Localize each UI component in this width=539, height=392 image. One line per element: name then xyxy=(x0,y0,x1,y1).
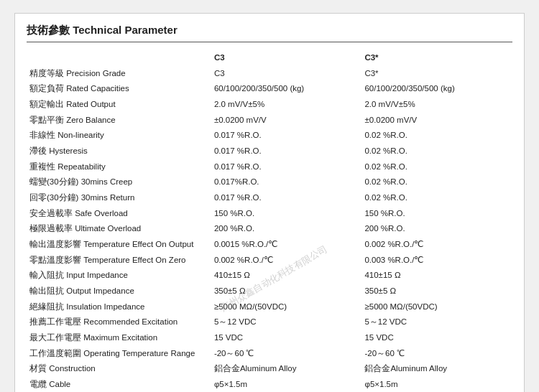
param-c3-value: 0.017 %R.O. xyxy=(211,190,362,206)
param-c3-value: 200 %R.O. xyxy=(211,221,362,237)
table-row: 輸出溫度影響 Temperature Effect On Output0.001… xyxy=(27,237,512,253)
param-c3-value: 0.017 %R.O. xyxy=(211,144,362,159)
param-c3star-value: 15 VDC xyxy=(361,330,512,346)
table-row: 工作溫度範圍 Operating Temperature Range-20～60… xyxy=(27,345,512,361)
table-row: 輸出阻抗 Output Impedance350±5 Ω350±5 Ω xyxy=(27,284,512,299)
param-c3star-value: 2.0 mV/V±5% xyxy=(361,97,512,113)
param-c3-value: 0.0015 %R.O./℃ xyxy=(211,237,362,253)
table-row: 滯後 Hysteresis0.017 %R.O.0.02 %R.O. xyxy=(27,144,512,159)
param-name: 最大工作電壓 Maximum Excitation xyxy=(27,330,211,346)
param-c3star-value: C3* xyxy=(361,65,512,81)
param-c3-value: C3 xyxy=(211,65,362,81)
param-c3-value: φ5×1.5m xyxy=(211,377,362,392)
param-c3-value: ±0.0200 mV/V xyxy=(211,112,362,128)
param-c3-value: 5～12 VDC xyxy=(211,314,362,330)
param-c3-value: 150 %R.O. xyxy=(211,205,362,221)
parameter-table: C3C3*精度等級 Precision GradeC3C3*額定負荷 Rated… xyxy=(27,50,512,392)
table-row: 回零(30分鐘) 30mins Return0.017 %R.O.0.02 %R… xyxy=(27,190,512,206)
param-c3star-value: 0.002 %R.O./℃ xyxy=(361,237,512,253)
param-c3star-value: 鋁合金Aluminum Alloy xyxy=(361,361,512,377)
param-c3-value: 410±15 Ω xyxy=(211,268,362,284)
table-row: 輸入阻抗 Input Impedance410±15 Ω410±15 Ω xyxy=(27,268,512,284)
param-name: 重複性 Repeatability xyxy=(27,159,211,174)
table-row: 絕緣阻抗 Insulation Impedance≥5000 MΩ/(50VDC… xyxy=(27,299,512,314)
param-name: 材質 Construction xyxy=(27,361,211,377)
param-c3-value: 0.017%R.O. xyxy=(211,174,362,190)
param-name: 滯後 Hysteresis xyxy=(27,144,211,159)
param-name: 蠕變(30分鐘) 30mins Creep xyxy=(27,174,211,190)
param-c3star-value: 0.02 %R.O. xyxy=(361,144,512,159)
table-row: 額定負荷 Rated Capacities60/100/200/350/500 … xyxy=(27,81,512,97)
param-c3-value: 0.017 %R.O. xyxy=(211,159,362,174)
param-c3star-value: 200 %R.O. xyxy=(361,221,512,237)
table-row: 零點溫度影響 Temperature Effect On Zero0.002 %… xyxy=(27,252,512,268)
param-c3-value: 0.002 %R.O./℃ xyxy=(211,252,362,268)
param-c3star-value: 5～12 VDC xyxy=(361,314,512,330)
param-name: 額定負荷 Rated Capacities xyxy=(27,81,211,97)
param-name: 額定輸出 Rated Output xyxy=(27,97,211,113)
param-c3star-value: 0.003 %R.O./℃ xyxy=(361,252,512,268)
param-c3star-value: 150 %R.O. xyxy=(361,205,512,221)
param-name: 電纜 Cable xyxy=(27,377,211,392)
card-title: 技術參數 Technical Parameter xyxy=(27,24,512,42)
param-c3star-value: 410±15 Ω xyxy=(361,268,512,284)
table-header-row: C3C3* xyxy=(27,50,512,65)
table-row: 重複性 Repeatability0.017 %R.O.0.02 %R.O. xyxy=(27,159,512,174)
param-c3star-value: 350±5 Ω xyxy=(361,284,512,299)
param-c3-value: 0.017 %R.O. xyxy=(211,128,362,144)
param-c3star-value: 60/100/200/350/500 (kg) xyxy=(361,81,512,97)
param-c3-value: 15 VDC xyxy=(211,330,362,346)
param-name: 工作溫度範圍 Operating Temperature Range xyxy=(27,345,211,361)
table-row: 零點平衡 Zero Balance±0.0200 mV/V±0.0200 mV/… xyxy=(27,112,512,128)
param-name: 極限過載率 Ultimate Overload xyxy=(27,221,211,237)
param-name: 回零(30分鐘) 30mins Return xyxy=(27,190,211,206)
param-c3-value: 鋁合金Aluminum Alloy xyxy=(211,361,362,377)
param-name: 精度等級 Precision Grade xyxy=(27,65,211,81)
table-row: 蠕變(30分鐘) 30mins Creep0.017%R.O.0.02 %R.O… xyxy=(27,174,512,190)
param-c3star-value: ±0.0200 mV/V xyxy=(361,112,512,128)
param-name: 絕緣阻抗 Insulation Impedance xyxy=(27,299,211,314)
param-c3star-value: 0.02 %R.O. xyxy=(361,159,512,174)
param-c3star-value: 0.02 %R.O. xyxy=(361,190,512,206)
table-row: 推薦工作電壓 Recommended Excitation5～12 VDC5～1… xyxy=(27,314,512,330)
param-c3star-value: 0.02 %R.O. xyxy=(361,128,512,144)
param-name: 推薦工作電壓 Recommended Excitation xyxy=(27,314,211,330)
table-row: 額定輸出 Rated Output2.0 mV/V±5%2.0 mV/V±5% xyxy=(27,97,512,113)
param-c3star-value: ≥5000 MΩ/(50VDC) xyxy=(361,299,512,314)
param-c3-value: ≥5000 MΩ/(50VDC) xyxy=(211,299,362,314)
param-name: 安全過載率 Safe Overload xyxy=(27,205,211,221)
param-name: 輸出阻抗 Output Impedance xyxy=(27,284,211,299)
table-row: 非線性 Non-linearity0.017 %R.O.0.02 %R.O. xyxy=(27,128,512,144)
table-row: 安全過載率 Safe Overload150 %R.O.150 %R.O. xyxy=(27,205,512,221)
table-row: 最大工作電壓 Maximum Excitation15 VDC15 VDC xyxy=(27,330,512,346)
technical-parameter-card: 技術參數 Technical Parameter 广州众鑫自动化科技有限公司 C… xyxy=(14,13,525,392)
param-c3-value: -20～60 ℃ xyxy=(211,345,362,361)
table-row: 極限過載率 Ultimate Overload200 %R.O.200 %R.O… xyxy=(27,221,512,237)
param-c3-value: 350±5 Ω xyxy=(211,284,362,299)
param-c3-value: 60/100/200/350/500 (kg) xyxy=(211,81,362,97)
param-name: 非線性 Non-linearity xyxy=(27,128,211,144)
param-name: 輸出溫度影響 Temperature Effect On Output xyxy=(27,237,211,253)
param-c3star-value: φ5×1.5m xyxy=(361,377,512,392)
param-c3-value: 2.0 mV/V±5% xyxy=(211,97,362,113)
table-row: 材質 Construction鋁合金Aluminum Alloy鋁合金Alumi… xyxy=(27,361,512,377)
param-c3star-value: -20～60 ℃ xyxy=(361,345,512,361)
param-name: 零點溫度影響 Temperature Effect On Zero xyxy=(27,252,211,268)
param-name: 輸入阻抗 Input Impedance xyxy=(27,268,211,284)
table-row: 精度等級 Precision GradeC3C3* xyxy=(27,65,512,81)
table-row: 電纜 Cableφ5×1.5mφ5×1.5m xyxy=(27,377,512,392)
param-name: 零點平衡 Zero Balance xyxy=(27,112,211,128)
param-c3star-value: 0.02 %R.O. xyxy=(361,174,512,190)
